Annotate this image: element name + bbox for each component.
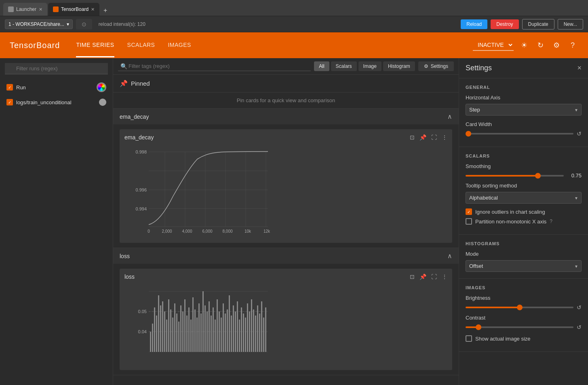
partition-checkbox[interactable] [466,218,472,225]
new-button[interactable]: New... [558,19,583,29]
svg-rect-32 [160,305,161,352]
fullscreen-icon[interactable]: ⛶ [431,134,437,141]
brightness-row: ↺ [466,304,582,311]
contrast-reset[interactable]: ↺ [577,324,582,330]
nav-scalars[interactable]: SCALARS [127,34,155,57]
filter-scalars-btn[interactable]: Scalars [331,61,357,71]
svg-rect-58 [213,307,214,352]
run-item-logs: ✓ logs/train_unconditional [5,95,108,109]
workspace-selector[interactable]: 1 - WORKSPACE/share... ▾ [5,19,73,29]
tab-launcher-close[interactable]: ✕ [39,7,42,12]
svg-rect-62 [221,318,222,352]
nav-images[interactable]: IMAGES [168,34,191,57]
partition-help-icon[interactable]: ? [550,219,552,224]
nav-time-series[interactable]: TIME SERIES [76,34,114,57]
tooltip-sort-label: Tooltip sorting method [466,183,582,189]
ignore-outliers-row: ✓ Ignore outliers in chart scaling [466,208,582,215]
chart-card-header-loss: loss ⊡ 📌 ⛶ ⋮ [124,273,447,280]
tab-bar: Launcher ✕ TensorBoard ✕ + [0,0,110,16]
brightness-label: Brightness [466,295,582,301]
more-options-icon[interactable]: ⋮ [442,134,447,141]
svg-rect-81 [259,313,260,352]
status-selector-wrap: INACTIVE ACTIVE [473,40,514,51]
brightness-icon[interactable]: ☀ [518,40,530,51]
settings-panel-header: Settings × [459,58,588,78]
chart-card-container-loss: loss ⊡ 📌 ⛶ ⋮ [113,264,459,375]
tab-launcher[interactable]: Launcher ✕ [3,3,47,16]
content-area: 🔍 All Scalars Image Histogram ⚙ Settings… [113,58,459,385]
logs-checkbox[interactable]: ✓ [6,99,13,105]
brightness-reset[interactable]: ↺ [577,304,582,311]
ignore-outliers-label: Ignore outliers in chart scaling [475,209,545,215]
filter-all-btn[interactable]: All [314,61,329,71]
settings-btn-label: Settings [431,63,448,69]
tooltip-sort-select[interactable]: Alphabetical Ascending Descending None [466,192,582,204]
svg-rect-30 [156,316,157,352]
show-actual-size-checkbox[interactable] [466,335,472,342]
svg-rect-52 [200,313,202,352]
chart-card-loss: loss ⊡ 📌 ⛶ ⋮ [120,269,452,370]
contrast-slider[interactable] [466,326,573,328]
chart-card-title-ema: ema_decay [124,134,154,141]
sidebar-search-input[interactable] [5,63,108,74]
run-color-circle [99,99,106,106]
horizontal-axis-label: Horizontal Axis [466,95,582,101]
run-color-picker[interactable] [97,82,106,92]
help-icon[interactable]: ? [567,40,578,51]
filter-image-btn[interactable]: Image [358,61,381,71]
chart-section-header-ema[interactable]: ema_decay ∧ [113,109,459,124]
chart-section-header-loss[interactable]: loss ∧ [113,248,459,264]
horizontal-axis-select[interactable]: Step Relative Wall [466,104,582,116]
svg-rect-48 [192,297,194,352]
expand-small-icon-loss[interactable]: ⊡ [410,273,415,280]
partition-label: Partition non-monotonic X axis [475,219,546,225]
settings-gear-icon[interactable]: ⚙ [551,40,562,51]
workspace-chevron: ▾ [67,21,69,27]
pin-card-icon-loss[interactable]: 📌 [419,273,426,280]
svg-text:12k: 12k [263,229,270,234]
status-select[interactable]: INACTIVE ACTIVE [473,40,514,50]
reload-button[interactable]: Reload [461,19,487,29]
more-options-icon-loss[interactable]: ⋮ [442,273,447,280]
chart-card-container-ema: ema_decay ⊡ 📌 ⛶ ⋮ [113,124,459,248]
new-tab-button[interactable]: + [100,5,110,16]
smoothing-label: Smoothing [466,163,582,169]
tab-tensorboard[interactable]: TensorBoard ✕ [48,3,99,16]
svg-rect-27 [150,332,151,352]
destroy-button[interactable]: Destroy [491,19,518,29]
expand-small-icon[interactable]: ⊡ [410,134,415,141]
filter-tags-input[interactable] [118,61,311,71]
duplicate-button[interactable]: Duplicate [522,19,554,29]
svg-rect-64 [225,313,226,352]
scalars-section-title: SCALARS [466,154,582,158]
show-actual-size-row: Show actual image size [466,335,582,342]
card-width-slider[interactable] [466,133,573,135]
svg-text:0.994: 0.994 [135,206,147,211]
header-right: INACTIVE ACTIVE ☀ ↻ ⚙ ? [473,40,578,51]
tab-tensorboard-close[interactable]: ✕ [91,7,95,12]
mode-select[interactable]: Offset Overlay [466,260,582,272]
filter-bar: 🔍 All Scalars Image Histogram ⚙ Settings [113,58,459,75]
fullscreen-icon-loss[interactable]: ⛶ [431,273,437,280]
svg-rect-36 [168,299,169,352]
color-wheel [98,84,105,91]
chart-section-title-ema: ema_decay [120,114,149,120]
refresh-icon[interactable]: ↻ [535,40,546,51]
smoothing-slider[interactable] [466,175,564,177]
brightness-slider[interactable] [466,307,573,308]
settings-open-btn[interactable]: ⚙ Settings [418,61,454,71]
run-label-run: Run [16,84,93,90]
svg-rect-59 [215,320,216,352]
settings-close-button[interactable]: × [577,64,582,72]
svg-rect-57 [211,316,212,352]
filter-histogram-btn[interactable]: Histogram [383,61,415,71]
run-checkbox[interactable]: ✓ [6,84,13,90]
pin-card-icon[interactable]: 📌 [419,134,426,141]
pinned-hint: Pin cards for a quick view and compariso… [113,93,459,109]
ignore-outliers-checkbox[interactable]: ✓ [466,208,472,215]
card-width-reset[interactable]: ↺ [577,130,582,137]
chart-card-header-ema: ema_decay ⊡ 📌 ⛶ ⋮ [124,134,447,141]
collapse-icon-loss: ∧ [447,252,452,260]
chart-card-actions-loss: ⊡ 📌 ⛶ ⋮ [410,273,447,280]
tab-tensorboard-label: TensorBoard [61,6,89,12]
